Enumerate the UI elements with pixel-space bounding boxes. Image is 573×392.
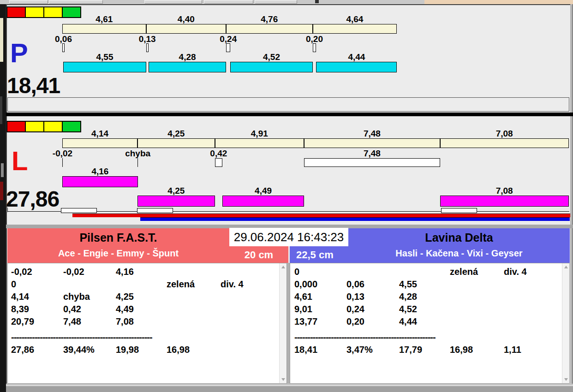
run-time-label: 7,08 (482, 186, 526, 196)
lane-divider (6, 113, 573, 116)
track-marker-box (441, 208, 477, 213)
changeover-tick (146, 43, 149, 52)
run-time-label: 4,49 (241, 186, 286, 196)
background-toolbar-segment (204, 0, 253, 4)
changeover-label: 0,42 (197, 148, 241, 159)
dashed-separator: ----------------------------------------… (294, 332, 436, 343)
results-table-left[interactable] (7, 263, 287, 384)
team-right-name: Lavina Delta (348, 231, 570, 244)
screen: P 18,41 L 27,86 Pilsen F.A.S.T. Ace - En… (0, 0, 573, 392)
summary-cell: 17,79 (399, 344, 422, 355)
background-window-left-strip (0, 4, 6, 392)
datetime-display: 29.06.2024 16:43:23 (229, 228, 348, 246)
start-light-cell (6, 6, 26, 18)
run-time-label: 4,44 (334, 52, 379, 62)
scroll-up-arrow[interactable] (281, 266, 285, 268)
table-cell: 4,14 (11, 291, 29, 302)
split-divider (440, 138, 441, 148)
split-time-label: 4,61 (82, 14, 126, 24)
changeover-label: 0,13 (125, 34, 169, 44)
background-window-top-strip (0, 0, 573, 4)
changeover-tick (62, 43, 65, 52)
track-left-tick (7, 208, 8, 212)
changeover-bar (304, 158, 440, 167)
table-cell: 13,77 (294, 316, 317, 327)
table-cell: 4,49 (116, 304, 134, 315)
track-marker-box (61, 208, 97, 213)
summary-cell: 1,11 (504, 344, 521, 355)
changeover-tick (137, 158, 138, 167)
table-gap (287, 263, 290, 384)
dashed-separator: ----------------------------------------… (11, 332, 152, 343)
background-toolbar-mark (315, 0, 319, 3)
team-left-name: Pilsen F.A.S.T. (7, 231, 229, 244)
table-cell: 20,79 (11, 316, 34, 327)
start-light-cell (62, 6, 81, 18)
split-divider (304, 138, 304, 148)
background-toolbar-segment (49, 0, 103, 4)
summary-cell: 16,98 (167, 344, 190, 355)
progress-bar (72, 214, 570, 217)
window-right-border (570, 4, 573, 392)
table-cell: 0 (11, 279, 16, 290)
lane-top-total-time: 18,41 (7, 75, 60, 97)
table-cell: 0,24 (346, 304, 364, 315)
changeover-tick (62, 158, 63, 167)
start-light-cell (43, 6, 63, 18)
table-cell: 4,61 (294, 291, 312, 302)
table-cell: 8,39 (11, 304, 29, 315)
start-light-cell (6, 121, 26, 132)
table-cell: div. 4 (504, 267, 527, 277)
start-light-cell (25, 6, 44, 18)
scroll-down-arrow[interactable] (281, 378, 285, 381)
table-cell: 7,08 (116, 316, 134, 327)
background-fragment (0, 182, 3, 200)
bottom-band-gray (6, 386, 573, 392)
table-cell: chyba (63, 291, 90, 302)
split-divider (137, 138, 138, 148)
start-light-cell (43, 121, 63, 132)
split-divider (312, 24, 313, 34)
run-bar (149, 62, 227, 72)
run-time-label: 4,52 (249, 52, 293, 62)
summary-cell: 39,44% (63, 344, 95, 355)
table-cell: 9,01 (294, 304, 312, 315)
table-cell: zelená (450, 267, 478, 277)
changeover-label: 0,20 (292, 34, 336, 44)
scroll-down-arrow[interactable] (564, 378, 568, 381)
split-time-label: 4,40 (164, 14, 208, 24)
team-left-dogs: Ace - Engie - Emmy - Špunt (7, 248, 229, 259)
run-bar (137, 196, 215, 207)
background-toolbar-segment (144, 0, 202, 4)
split-time-label: 7,48 (350, 129, 394, 139)
split-time-label: 7,08 (482, 129, 526, 139)
run-time-label: 4,25 (154, 186, 198, 196)
summary-cell: 19,98 (116, 344, 139, 355)
scroll-up-arrow[interactable] (564, 266, 568, 268)
changeover-label: 0,24 (206, 34, 251, 44)
background-toolbar-segment (9, 0, 48, 4)
table-cell: 0,42 (63, 304, 81, 315)
results-table-right[interactable] (290, 263, 570, 384)
run-bar (316, 62, 397, 72)
table-cell: 7,48 (63, 316, 81, 327)
table-cell: 0 (294, 267, 299, 277)
background-window-tan-area (424, 0, 573, 4)
table-right-scrollbar[interactable] (562, 263, 569, 383)
table-left-scrollbar[interactable] (279, 263, 286, 383)
start-lights-bottom (7, 121, 81, 132)
run-time-label: 4,28 (165, 52, 209, 62)
background-fragment (0, 18, 3, 62)
split-bar-track (62, 24, 397, 34)
summary-cell: 27,86 (11, 344, 34, 355)
summary-cell: 3,47% (346, 344, 373, 355)
start-light-cell (25, 121, 44, 132)
split-time-label: 4,91 (237, 129, 281, 139)
summary-cell: 18,41 (294, 344, 317, 355)
team-right-dogs: Hasli - Kačena - Vixi - Geyser (348, 248, 570, 259)
changeover-tick (226, 43, 230, 52)
track-marker-box (137, 208, 173, 213)
split-divider (215, 138, 215, 148)
start-lights-top (7, 6, 81, 18)
changeover-label: 7,48 (350, 148, 394, 159)
